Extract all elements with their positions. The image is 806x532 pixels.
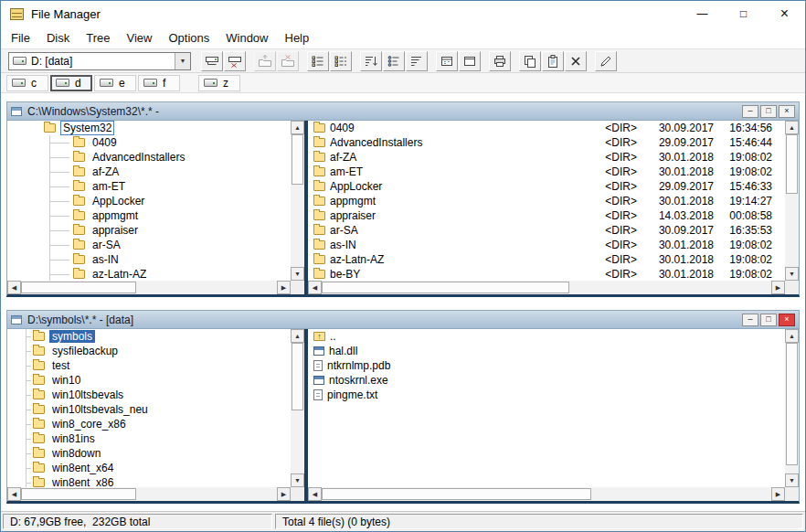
- child-title-bar[interactable]: D:\symbols\*.* - [data] – □ ×: [7, 311, 799, 329]
- scrollbar-thumb[interactable]: [21, 282, 136, 293]
- scroll-down-button[interactable]: ▼: [785, 267, 799, 281]
- copy-button[interactable]: [519, 51, 541, 71]
- file-row[interactable]: AdvancedInstallers<DIR>29.09.201715:46:4…: [308, 135, 785, 150]
- file-row[interactable]: pingme.txt: [308, 388, 785, 402]
- drive-button-f[interactable]: f: [138, 75, 180, 91]
- scrollbar-thumb[interactable]: [292, 134, 303, 185]
- files-horizontal-scrollbar[interactable]: ◀▶: [308, 487, 785, 501]
- file-row[interactable]: appmgmt<DIR>30.01.201819:14:27: [308, 194, 785, 208]
- scrollbar-track[interactable]: [322, 487, 771, 501]
- scroll-left-button[interactable]: ◀: [308, 281, 322, 294]
- scrollbar-thumb[interactable]: [786, 343, 798, 465]
- scrollbar-thumb[interactable]: [786, 134, 798, 194]
- scrollbar-track[interactable]: [291, 134, 304, 267]
- view-all-details-button[interactable]: [330, 51, 352, 71]
- sort-by-date-button[interactable]: [436, 51, 458, 71]
- child-close-button[interactable]: ×: [779, 314, 795, 326]
- file-row[interactable]: ↑..: [308, 329, 785, 344]
- tree-item[interactable]: test: [7, 358, 291, 373]
- drive-button-c[interactable]: c: [6, 75, 48, 91]
- file-row[interactable]: as-IN<DIR>30.01.201819:08:02: [308, 238, 785, 252]
- menu-view[interactable]: View: [118, 28, 160, 48]
- child-maximize-button[interactable]: □: [760, 314, 777, 326]
- tree-item[interactable]: appraiser: [7, 223, 291, 238]
- drive-selector[interactable]: D: [data] ▼: [8, 52, 191, 70]
- menu-options[interactable]: Options: [160, 28, 217, 48]
- minimize-button[interactable]: —: [682, 1, 723, 27]
- file-row[interactable]: AppLocker<DIR>29.09.201715:46:33: [308, 179, 785, 194]
- delete-button[interactable]: [565, 51, 587, 71]
- scroll-down-button[interactable]: ▼: [291, 267, 304, 281]
- scrollbar-track[interactable]: [21, 487, 277, 501]
- scroll-up-button[interactable]: ▲: [291, 329, 304, 343]
- file-row[interactable]: az-Latn-AZ<DIR>30.01.201819:08:02: [308, 252, 785, 267]
- file-row[interactable]: ar-SA<DIR>30.09.201716:35:53: [308, 223, 785, 238]
- file-row[interactable]: hal.dll: [308, 344, 785, 358]
- scroll-left-button[interactable]: ◀: [308, 487, 322, 501]
- scroll-right-button[interactable]: ▶: [771, 281, 785, 294]
- tree-item[interactable]: win8ent_x64: [7, 461, 291, 475]
- scroll-down-button[interactable]: ▼: [291, 473, 304, 487]
- file-row[interactable]: ntoskrnl.exe: [308, 373, 785, 388]
- tree-item[interactable]: AdvancedInstallers: [7, 150, 291, 165]
- menu-window[interactable]: Window: [217, 28, 276, 48]
- child-title-bar[interactable]: C:\Windows\System32\*.* - – □ ×: [7, 102, 799, 121]
- scrollbar-track[interactable]: [322, 281, 771, 294]
- scrollbar-track[interactable]: [785, 134, 799, 267]
- scroll-up-button[interactable]: ▲: [785, 329, 799, 343]
- files-horizontal-scrollbar[interactable]: ◀▶: [308, 281, 785, 294]
- tree-item[interactable]: win8_core_x86: [7, 417, 291, 431]
- child-minimize-button[interactable]: –: [742, 314, 758, 326]
- tree-item[interactable]: win10ltsbevals_neu: [7, 402, 291, 417]
- file-row[interactable]: 0409<DIR>30.09.201716:34:56: [308, 121, 785, 135]
- drive-button-z[interactable]: z: [198, 75, 240, 91]
- scrollbar-thumb[interactable]: [292, 343, 303, 410]
- drive-selector-dropdown-button[interactable]: ▼: [175, 53, 190, 69]
- paste-button[interactable]: [542, 51, 564, 71]
- scrollbar-track[interactable]: [21, 281, 277, 294]
- drive-button-e[interactable]: e: [94, 75, 136, 91]
- tree-item[interactable]: as-IN: [7, 252, 291, 267]
- files-vertical-scrollbar[interactable]: ▲▼: [785, 121, 799, 281]
- print-button[interactable]: [489, 51, 511, 71]
- files-vertical-scrollbar[interactable]: ▲▼: [785, 329, 799, 487]
- tree-item[interactable]: appmgmt: [7, 208, 291, 223]
- child-maximize-button[interactable]: □: [760, 105, 777, 118]
- tree-item[interactable]: win8ent_x86: [7, 475, 291, 487]
- scrollbar-track[interactable]: [785, 343, 799, 473]
- file-row[interactable]: appraiser<DIR>14.03.201800:08:58: [308, 208, 785, 223]
- tree-item[interactable]: win10: [7, 373, 291, 388]
- tree-item[interactable]: af-ZA: [7, 165, 291, 179]
- scroll-up-button[interactable]: ▲: [291, 121, 304, 134]
- tree-horizontal-scrollbar[interactable]: ◀▶: [7, 281, 291, 294]
- scroll-up-button[interactable]: ▲: [785, 121, 799, 134]
- tree-item[interactable]: System32: [7, 121, 291, 135]
- menu-tree[interactable]: Tree: [78, 28, 118, 48]
- tree-item[interactable]: win81ins: [7, 431, 291, 446]
- scroll-left-button[interactable]: ◀: [7, 281, 21, 294]
- tree-vertical-scrollbar[interactable]: ▲▼: [291, 329, 304, 487]
- tree-horizontal-scrollbar[interactable]: ◀▶: [7, 487, 291, 501]
- close-button[interactable]: ×: [764, 1, 805, 27]
- scrollbar-thumb[interactable]: [21, 488, 136, 500]
- scrollbar-thumb[interactable]: [322, 488, 591, 500]
- tree-item[interactable]: AppLocker: [7, 194, 291, 208]
- tree-item[interactable]: az-Latn-AZ: [7, 267, 291, 281]
- tree-item[interactable]: symbols: [7, 329, 291, 344]
- tree-vertical-scrollbar[interactable]: ▲▼: [291, 121, 304, 281]
- tree-item[interactable]: am-ET: [7, 179, 291, 194]
- share-as-button[interactable]: [254, 51, 276, 71]
- menu-disk[interactable]: Disk: [38, 28, 78, 48]
- new-window-button[interactable]: [459, 51, 481, 71]
- title-bar[interactable]: File Manager — □ ×: [1, 1, 805, 27]
- tree-item[interactable]: ar-SA: [7, 238, 291, 252]
- child-minimize-button[interactable]: –: [742, 105, 758, 118]
- tree-item[interactable]: 0409: [7, 135, 291, 150]
- scrollbar-thumb[interactable]: [322, 282, 569, 293]
- sort-by-name-button[interactable]: [360, 51, 382, 71]
- scroll-down-button[interactable]: ▼: [785, 473, 799, 487]
- stop-sharing-button[interactable]: [277, 51, 299, 71]
- file-row[interactable]: af-ZA<DIR>30.01.201819:08:02: [308, 150, 785, 165]
- menu-file[interactable]: File: [3, 28, 38, 48]
- drive-button-d[interactable]: d: [50, 75, 92, 91]
